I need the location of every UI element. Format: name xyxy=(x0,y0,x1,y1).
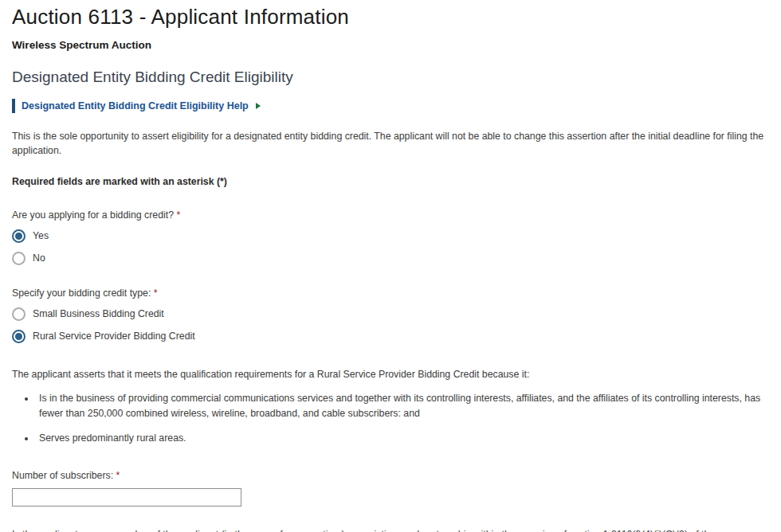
applicant-information-page: Auction 6113 - Applicant Information Wir… xyxy=(0,0,781,532)
assertion-bullet: Is in the business of providing commerci… xyxy=(36,391,769,421)
page-title: Auction 6113 - Applicant Information xyxy=(12,5,769,29)
radio-button-icon[interactable] xyxy=(12,307,26,321)
radio-button-icon[interactable] xyxy=(12,330,26,343)
intro-paragraph: This is the sole opportunity to assert e… xyxy=(12,129,769,158)
assertion-bullet: Serves predominantly rural areas. xyxy=(36,431,769,446)
radio-applying-yes[interactable]: Yes xyxy=(12,229,769,243)
assertion-intro: The applicant asserts that it meets the … xyxy=(12,367,769,381)
radio-rural-service-provider[interactable]: Rural Service Provider Bidding Credit xyxy=(12,330,769,343)
required-asterisk: * xyxy=(116,470,120,481)
radio-button-icon[interactable] xyxy=(12,252,26,265)
chevron-right-icon xyxy=(256,103,261,109)
radio-small-business[interactable]: Small Business Bidding Credit xyxy=(12,307,769,321)
section-heading: Designated Entity Bidding Credit Eligibi… xyxy=(12,68,769,86)
help-link-row[interactable]: Designated Entity Bidding Credit Eligibi… xyxy=(12,99,769,113)
required-asterisk: * xyxy=(176,209,180,221)
subscribers-input[interactable] xyxy=(12,488,241,507)
radio-button-icon[interactable] xyxy=(12,229,26,243)
help-link[interactable]: Designated Entity Bidding Credit Eligibi… xyxy=(22,100,249,111)
subscribers-field-label: Number of subscribers: * xyxy=(12,470,769,481)
question-rural-partnership-label: Is the applicant, or any member of the a… xyxy=(12,527,769,532)
assertion-bullet-list: Is in the business of providing commerci… xyxy=(36,391,769,446)
auction-subtitle: Wireless Spectrum Auction xyxy=(12,39,769,51)
question-applying-label: Are you applying for a bidding credit? * xyxy=(12,209,769,221)
radio-applying-no[interactable]: No xyxy=(12,252,769,265)
question-credit-type-label: Specify your bidding credit type: * xyxy=(12,288,769,299)
required-asterisk: * xyxy=(154,288,158,299)
required-fields-note: Required fields are marked with an aster… xyxy=(12,176,769,187)
